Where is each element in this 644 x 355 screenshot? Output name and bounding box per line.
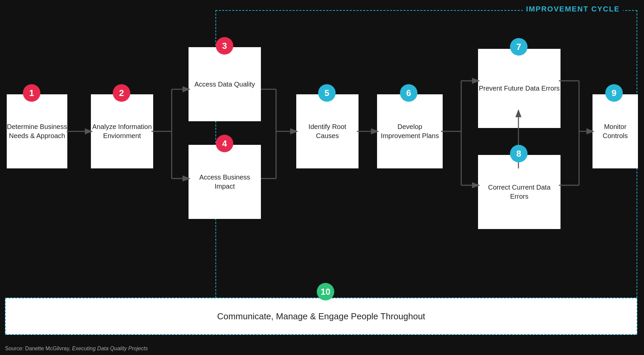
step-2-num: 2 bbox=[119, 88, 124, 98]
step-5-badge: 5 bbox=[318, 84, 336, 102]
step-10-badge: 10 bbox=[317, 283, 334, 300]
step-9-num: 9 bbox=[612, 88, 616, 98]
step-8-badge: 8 bbox=[510, 145, 528, 162]
step-10-num: 10 bbox=[321, 287, 331, 297]
step-8-num: 8 bbox=[516, 149, 521, 159]
step-4-num: 4 bbox=[222, 138, 227, 149]
main-canvas: IMPROVEMENT CYCLE bbox=[0, 0, 644, 355]
step-6-badge: 6 bbox=[400, 84, 417, 102]
step-9-badge: 9 bbox=[605, 84, 623, 102]
step-4-badge: 4 bbox=[216, 135, 233, 152]
step-1-badge: 1 bbox=[23, 84, 40, 102]
step-6-num: 6 bbox=[406, 88, 411, 98]
step-3-num: 3 bbox=[222, 41, 227, 51]
arrows-svg bbox=[0, 0, 644, 355]
step-5-num: 5 bbox=[325, 88, 329, 98]
step-7-num: 7 bbox=[516, 42, 521, 52]
step-2-badge: 2 bbox=[113, 84, 130, 102]
step-7-badge: 7 bbox=[510, 38, 528, 56]
step-1-num: 1 bbox=[29, 88, 34, 98]
step-3-badge: 3 bbox=[216, 37, 233, 55]
